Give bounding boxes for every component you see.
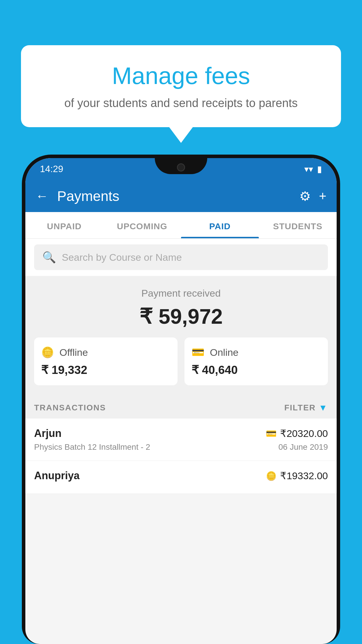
tab-upcoming[interactable]: UPCOMING bbox=[103, 212, 181, 238]
notch bbox=[155, 158, 207, 174]
status-icons: ▾▾ ▮ bbox=[304, 164, 322, 174]
header-actions: ⚙ + bbox=[299, 189, 326, 204]
transaction-amount-wrapper: 🪙 ₹19332.00 bbox=[266, 470, 328, 482]
transaction-row[interactable]: Arjun 💳 ₹20320.00 Physics Batch 12 Insta… bbox=[25, 419, 337, 461]
transaction-row-bottom: Physics Batch 12 Installment - 2 06 June… bbox=[34, 442, 328, 452]
back-button[interactable]: ← bbox=[36, 189, 48, 203]
transaction-row-top: Anupriya 🪙 ₹19332.00 bbox=[34, 470, 328, 482]
offline-label: Offline bbox=[59, 347, 88, 358]
payment-total-amount: ₹ 59,972 bbox=[34, 304, 328, 329]
bubble-subtitle: of your students and send receipts to pa… bbox=[38, 95, 324, 111]
tabs-bar: UNPAID UPCOMING PAID STUDENTS bbox=[25, 212, 337, 239]
payment-cards: 🪙 Offline ₹ 19,332 💳 Online ₹ 40,640 bbox=[34, 337, 328, 385]
payment-received-label: Payment received bbox=[34, 288, 328, 299]
header-title: Payments bbox=[57, 188, 291, 204]
tab-paid[interactable]: PAID bbox=[181, 212, 259, 238]
card-icon: 💳 bbox=[191, 346, 205, 358]
transaction-amount: ₹20320.00 bbox=[280, 428, 328, 439]
transaction-name: Anupriya bbox=[34, 470, 80, 482]
online-amount: ₹ 40,640 bbox=[191, 363, 321, 377]
status-bar: 14:29 ▾▾ ▮ bbox=[25, 158, 337, 180]
camera bbox=[177, 163, 185, 172]
phone-screen: 14:29 ▾▾ ▮ ← Payments ⚙ + UNPAID UPC bbox=[25, 158, 337, 644]
transaction-description: Physics Batch 12 Installment - 2 bbox=[34, 442, 150, 452]
transaction-amount: ₹19332.00 bbox=[280, 470, 328, 482]
online-label: Online bbox=[210, 347, 238, 358]
search-icon: 🔍 bbox=[42, 251, 56, 264]
wifi-icon: ▾▾ bbox=[304, 164, 313, 174]
search-placeholder: Search by Course or Name bbox=[62, 252, 182, 263]
settings-button[interactable]: ⚙ bbox=[299, 189, 311, 204]
transaction-date: 06 June 2019 bbox=[278, 442, 328, 452]
transaction-row-top: Arjun 💳 ₹20320.00 bbox=[34, 427, 328, 440]
search-container: 🔍 Search by Course or Name bbox=[25, 239, 337, 276]
filter-icon: ▼ bbox=[319, 403, 328, 413]
payment-summary: Payment received ₹ 59,972 🪙 Offline ₹ 19… bbox=[25, 276, 337, 394]
filter-button[interactable]: FILTER ▼ bbox=[284, 403, 328, 413]
offline-amount: ₹ 19,332 bbox=[41, 363, 171, 377]
transaction-amount-wrapper: 💳 ₹20320.00 bbox=[266, 428, 328, 439]
transaction-name: Arjun bbox=[34, 427, 61, 440]
card-payment-icon: 💳 bbox=[266, 428, 277, 439]
online-card-header: 💳 Online bbox=[191, 346, 321, 358]
battery-icon: ▮ bbox=[317, 164, 322, 174]
cash-payment-icon: 🪙 bbox=[266, 471, 277, 481]
bubble-title: Manage fees bbox=[38, 63, 324, 89]
speech-bubble: Manage fees of your students and send re… bbox=[21, 45, 341, 127]
cash-icon: 🪙 bbox=[41, 346, 54, 358]
phone-frame: 14:29 ▾▾ ▮ ← Payments ⚙ + UNPAID UPC bbox=[22, 155, 340, 644]
online-card: 💳 Online ₹ 40,640 bbox=[184, 337, 328, 385]
tab-unpaid[interactable]: UNPAID bbox=[25, 212, 103, 238]
app-header: ← Payments ⚙ + bbox=[25, 180, 337, 212]
filter-label: FILTER bbox=[284, 403, 316, 412]
transactions-label: TRANSACTIONS bbox=[34, 403, 106, 412]
transaction-row[interactable]: Anupriya 🪙 ₹19332.00 bbox=[25, 461, 337, 494]
status-time: 14:29 bbox=[40, 164, 63, 174]
transactions-header: TRANSACTIONS FILTER ▼ bbox=[25, 394, 337, 419]
add-button[interactable]: + bbox=[319, 189, 326, 203]
tab-students[interactable]: STUDENTS bbox=[259, 212, 337, 238]
offline-card-header: 🪙 Offline bbox=[41, 346, 171, 358]
offline-card: 🪙 Offline ₹ 19,332 bbox=[34, 337, 178, 385]
search-bar[interactable]: 🔍 Search by Course or Name bbox=[34, 244, 328, 270]
